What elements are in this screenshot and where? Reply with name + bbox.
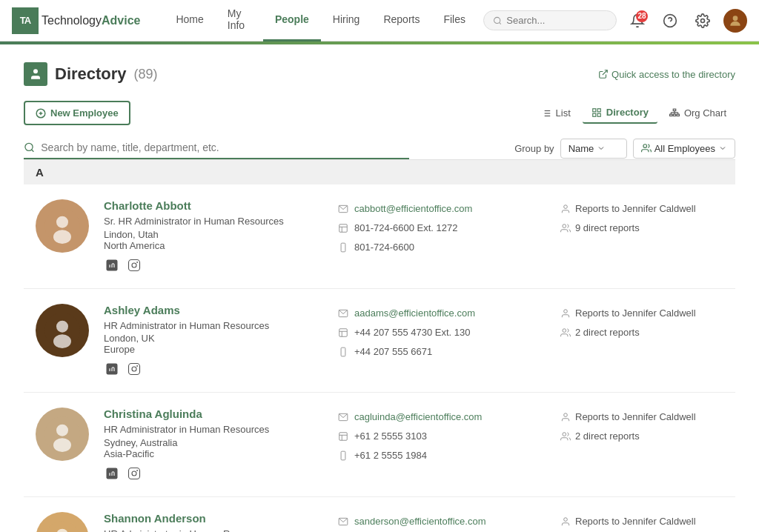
linkedin-icon[interactable] [104, 257, 120, 273]
nav-files[interactable]: Files [431, 0, 477, 41]
header-search[interactable] [483, 10, 617, 30]
header-right: 28 [483, 9, 747, 33]
linkedin-icon[interactable] [104, 465, 120, 482]
main-nav: Home My Info People Hiring Reports Files [164, 0, 477, 41]
linkedin-icon[interactable] [104, 361, 120, 377]
help-icon [663, 13, 677, 28]
employee-email[interactable]: cagluinda@efficientoffice.com [354, 408, 482, 427]
org-chart-icon [669, 108, 680, 119]
svg-rect-52 [129, 364, 140, 375]
employee-card: Christina Agluinda HR Administrator in H… [24, 393, 735, 497]
list-view-button[interactable]: List [532, 103, 580, 123]
instagram-icon[interactable] [126, 465, 142, 482]
employee-info: Shannon Anderson HR Administrator in Hum… [104, 512, 323, 533]
employee-name[interactable]: Charlotte Abbott [104, 199, 323, 212]
new-employee-button[interactable]: New Employee [24, 101, 130, 125]
svg-point-47 [563, 225, 566, 228]
svg-rect-23 [673, 114, 676, 116]
org-chart-button[interactable]: Org Chart [660, 103, 735, 123]
direct-reports-row: 2 direct reports [560, 427, 723, 446]
settings-button[interactable] [691, 9, 715, 33]
person-reports-icon [560, 516, 571, 527]
view-options: List Directory [532, 102, 735, 124]
avatar-image [44, 416, 80, 452]
employee-mobile-phone: +44 207 555 6671 [354, 342, 432, 362]
employee-name[interactable]: Shannon Anderson [104, 512, 323, 525]
office-phone-row: +44 207 555 4730 Ext. 130 [338, 323, 546, 342]
social-icons [104, 361, 323, 377]
directory-search[interactable] [24, 137, 409, 159]
nav-hiring[interactable]: Hiring [321, 0, 372, 41]
new-employee-label: New Employee [50, 107, 119, 119]
svg-point-39 [137, 262, 138, 262]
avatar-image [44, 521, 80, 533]
employee-email[interactable]: sanderson@efficientoffice.com [354, 512, 485, 531]
employee-city: London, UK [104, 333, 323, 344]
nav-myinfo[interactable]: My Info [216, 0, 263, 41]
social-icons [104, 257, 323, 273]
logo[interactable]: TA TechnologyAdvice [12, 7, 140, 34]
svg-point-4 [701, 19, 705, 22]
office-phone-icon [338, 431, 348, 442]
svg-rect-37 [129, 259, 140, 270]
reports-to-row: Reports to Jennifer Caldwell [560, 408, 723, 427]
directory-view-button[interactable]: Directory [583, 102, 657, 124]
group-by-select[interactable]: Name [560, 139, 627, 159]
group-icon [560, 223, 571, 233]
reports-to-label: Reports to Jennifer Caldwell [575, 512, 696, 531]
employee-email[interactable]: cabbott@efficientoffice.com [354, 199, 472, 219]
svg-point-61 [564, 309, 568, 313]
svg-rect-24 [677, 114, 680, 116]
directory-search-input[interactable] [41, 142, 409, 153]
group-by-value: Name [569, 143, 594, 154]
reports-to-label: Reports to Jennifer Caldwell [575, 408, 696, 427]
logo-name-light: Technology [42, 14, 102, 27]
nav-people[interactable]: People [263, 0, 321, 41]
employee-card: Charlotte Abbott Sr. HR Administrator in… [24, 184, 735, 289]
quick-access-label: Quick access to the directory [611, 69, 735, 80]
employee-avatar [36, 512, 89, 533]
reports-to-row: Reports to Jennifer Caldwell [560, 512, 723, 531]
svg-point-91 [564, 517, 568, 521]
svg-rect-74 [341, 451, 345, 460]
svg-point-50 [53, 334, 71, 348]
employee-email[interactable]: aadams@efficientoffice.com [354, 304, 475, 323]
user-avatar[interactable] [723, 9, 747, 33]
employees-filter-select[interactable]: All Employees [633, 139, 735, 159]
employee-name[interactable]: Christina Agluinda [104, 408, 323, 420]
employee-reports: Reports to Jennifer Caldwell 2 direct re… [560, 512, 723, 533]
logo-box: TA [12, 7, 39, 34]
instagram-icon[interactable] [126, 361, 142, 377]
svg-line-1 [500, 22, 501, 24]
employee-name[interactable]: Ashley Adams [104, 304, 323, 316]
email-row: cabbott@efficientoffice.com [338, 199, 546, 219]
social-icons [104, 465, 323, 482]
logo-name-bold: Advice [102, 14, 140, 27]
office-phone-icon [338, 327, 348, 338]
header-search-input[interactable] [506, 15, 607, 26]
dir-search-icon [24, 142, 35, 153]
employee-reports: Reports to Jennifer Caldwell 2 direct re… [560, 304, 723, 342]
directory-view-label: Directory [606, 107, 649, 118]
svg-point-30 [25, 143, 33, 150]
svg-point-54 [137, 366, 138, 367]
quick-access-link[interactable]: Quick access to the directory [598, 69, 735, 80]
direct-reports-label: 2 direct reports [575, 323, 640, 342]
svg-rect-19 [593, 113, 596, 116]
employee-list: Charlotte Abbott Sr. HR Administrator in… [24, 184, 735, 532]
notifications-button[interactable]: 28 [626, 9, 649, 33]
svg-point-49 [56, 320, 68, 332]
employee-region: North America [104, 240, 323, 251]
notification-badge: 28 [636, 10, 648, 22]
nav-home[interactable]: Home [164, 0, 215, 41]
person-reports-icon [560, 308, 571, 319]
employee-info: Charlotte Abbott Sr. HR Administrator in… [104, 199, 323, 273]
nav-reports[interactable]: Reports [371, 0, 431, 41]
email-row: sanderson@efficientoffice.com [338, 512, 546, 531]
group-filter: Group by Name All Employees [514, 139, 735, 159]
help-button[interactable] [658, 9, 682, 33]
mobile-phone-icon [338, 450, 348, 461]
employee-avatar [36, 199, 89, 253]
instagram-icon[interactable] [126, 257, 142, 273]
avatar-image [44, 208, 80, 244]
